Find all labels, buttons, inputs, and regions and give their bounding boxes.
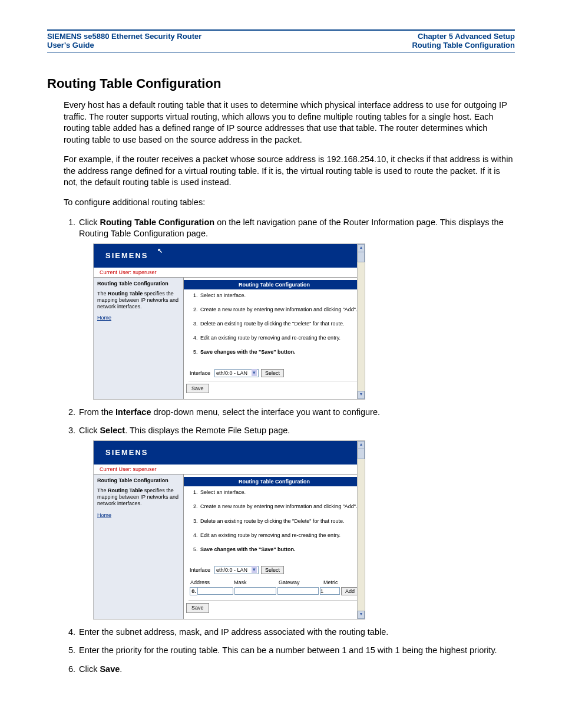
- ss1-user-bar: Current User: superuser: [94, 268, 365, 278]
- col-mask: Mask: [234, 579, 279, 586]
- scroll-up-icon[interactable]: ▴: [358, 441, 365, 449]
- mask-input[interactable]: [234, 587, 276, 595]
- ss2-save-button[interactable]: Save: [186, 603, 209, 612]
- ss1-home-link[interactable]: Home: [97, 314, 180, 321]
- scroll-down-icon[interactable]: ▾: [358, 391, 365, 399]
- ss2-brand-bar: SIEMENS: [94, 441, 365, 465]
- ss2-side-desc: The Routing Table specifies the mapping …: [97, 487, 180, 506]
- ss1-sidebar: Routing Table Configuration The Routing …: [94, 278, 184, 399]
- metric-input[interactable]: [320, 587, 340, 595]
- ss2-scrollbar[interactable]: ▴ ▾: [357, 441, 365, 619]
- step-4: Enter the subnet address, mask, and IP a…: [78, 627, 515, 638]
- ss2-iface-select[interactable]: eth/0:0 - LAN: [214, 566, 259, 574]
- col-address: Address: [190, 579, 234, 586]
- page-header: SIEMENS se5880 Ethernet Security Router …: [47, 32, 515, 52]
- header-right-2: Routing Table Configuration: [412, 41, 515, 50]
- header-left-1: SIEMENS se5880 Ethernet Security Router: [47, 32, 201, 41]
- intro-para-2: For example, if the router receives a pa…: [64, 154, 515, 189]
- header-left-2: User's Guide: [47, 41, 201, 50]
- top-rule: [47, 29, 515, 31]
- ss1-instructions: Select an interface. Create a new route …: [184, 292, 365, 367]
- ss2-main: Routing Table Configuration Select an in…: [184, 475, 365, 618]
- gateway-input[interactable]: [277, 587, 319, 595]
- ss2-main-title: Routing Table Configuration: [184, 477, 365, 486]
- ss1-side-title: Routing Table Configuration: [97, 280, 180, 287]
- ss1-main-title: Routing Table Configuration: [184, 280, 365, 289]
- ss2-sidebar: Routing Table Configuration The Routing …: [94, 475, 184, 618]
- address-input[interactable]: [197, 587, 233, 595]
- ss2-user-bar: Current User: superuser: [94, 465, 365, 475]
- screenshot-1: SIEMENS ↖ Current User: superuser Routin…: [93, 243, 365, 400]
- addr-prefix: 0.: [190, 587, 197, 595]
- ss2-side-title: Routing Table Configuration: [97, 477, 180, 484]
- ss1-save-button[interactable]: Save: [186, 384, 209, 393]
- add-button[interactable]: Add: [341, 587, 359, 595]
- table-row: 0. Add: [190, 587, 359, 595]
- intro-para-3: To configure additional routing tables:: [64, 197, 515, 209]
- col-metric: Metric: [323, 579, 343, 586]
- ss1-iface-label: Interface: [190, 370, 212, 377]
- ss2-home-link[interactable]: Home: [97, 512, 180, 519]
- step-5: Enter the priority for the routing table…: [78, 645, 515, 657]
- ss2-instructions: Select an interface. Create a new route …: [184, 489, 365, 564]
- scroll-thumb[interactable]: [358, 449, 365, 459]
- ss2-route-table: Address Mask Gateway Metric 0.: [184, 578, 365, 598]
- scroll-down-icon[interactable]: ▾: [358, 611, 365, 619]
- col-gateway: Gateway: [279, 579, 323, 586]
- ss1-main: Routing Table Configuration Select an in…: [184, 278, 365, 399]
- step-1: Click Routing Table Configuration on the…: [78, 217, 515, 400]
- ss1-iface-select[interactable]: eth/0:0 - LAN: [214, 369, 259, 377]
- ss1-scrollbar[interactable]: ▴ ▾: [357, 244, 365, 399]
- ss2-iface-label: Interface: [190, 566, 212, 574]
- step-3: Click Select. This displays the Remote F…: [78, 425, 515, 619]
- step-6: Click Save.: [78, 664, 515, 676]
- steps-list: Click Routing Table Configuration on the…: [64, 217, 515, 676]
- ss1-side-desc: The Routing Table specifies the mapping …: [97, 291, 180, 309]
- ss2-select-button[interactable]: Select: [261, 566, 284, 574]
- step-2: From the Interface drop-down menu, selec…: [78, 407, 515, 419]
- scroll-up-icon[interactable]: ▴: [358, 244, 365, 252]
- ss1-select-button[interactable]: Select: [261, 369, 284, 377]
- screenshot-2: SIEMENS Current User: superuser Routing …: [93, 440, 365, 620]
- intro-para-1: Every host has a default routing table t…: [64, 100, 515, 146]
- cursor-icon: ↖: [157, 246, 164, 255]
- ss1-brand-bar: SIEMENS ↖: [94, 244, 365, 268]
- scroll-thumb[interactable]: [358, 252, 365, 262]
- header-right-1: Chapter 5 Advanced Setup: [412, 32, 515, 41]
- page-title: Routing Table Configuration: [47, 76, 515, 91]
